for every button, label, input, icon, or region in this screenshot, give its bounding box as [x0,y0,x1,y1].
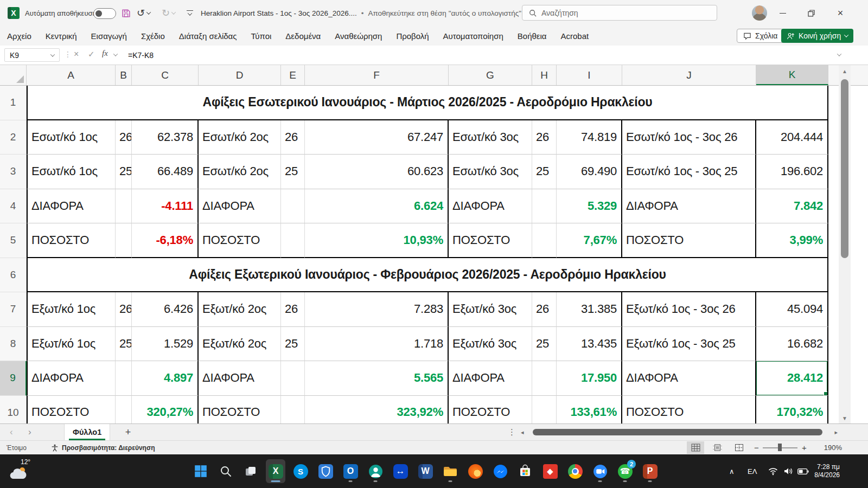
column-header-F[interactable]: F [305,65,449,85]
taskbar-app-whatsapp-icon[interactable]: ☎2 [615,459,635,483]
normal-view-button[interactable] [687,441,704,454]
cell-J8[interactable]: Εξωτ/κό 1ος - 3ος 25 [622,327,756,362]
cell-G8[interactable]: Εξωτ/κό 3ος [449,327,532,362]
row-header-2[interactable]: 2 [0,120,27,155]
cell-G2[interactable]: Εσωτ/κό 3ος [449,120,532,155]
zoom-slider-thumb[interactable] [778,444,782,451]
select-all-corner[interactable] [0,65,27,85]
cell-J4[interactable]: ΔΙΑΦΟΡΑ [622,189,756,224]
undo-button[interactable]: ↺ [137,0,150,26]
taskbar-app-search-icon[interactable] [216,459,235,483]
merged-title-row-6[interactable]: Αφίξεις Εξωτερικού Ιανουάριος - Φεβρουάρ… [27,258,828,293]
sheet-tab-active[interactable]: Φύλλο1 [64,424,110,440]
cell-B4[interactable] [116,189,132,224]
cell-A8[interactable]: Εξωτ/κό 1ος [27,327,116,362]
cell-B9[interactable] [116,361,132,396]
cell-F4[interactable]: 6.624 [305,189,449,224]
user-avatar[interactable] [752,5,767,21]
cell-F9[interactable]: 5.565 [305,361,449,396]
cell-H10[interactable] [532,396,557,424]
cell-B5[interactable] [116,223,132,258]
ribbon-tab-10[interactable]: Βοήθεια [510,31,554,41]
cell-K10[interactable]: 170,32% [756,396,828,424]
hscroll-left-icon[interactable]: ◂ [521,429,524,436]
taskbar-app-word-icon[interactable]: W [416,459,435,483]
cell-J5[interactable]: ΠΟΣΟΣΤΟ [622,223,756,258]
cell-C5[interactable]: -6,18% [132,223,199,258]
cell-A5[interactable]: ΠΟΣΟΣΤΟ [27,223,116,258]
formula-bar-grip-icon[interactable]: ⋮ [64,50,72,59]
cell-E2[interactable]: 26 [281,120,305,155]
zoom-out-button[interactable]: − [754,441,759,454]
cell-C9[interactable]: 4.897 [132,361,199,396]
taskbar-app-chrome-icon[interactable] [565,459,585,483]
column-header-K[interactable]: K [756,65,828,85]
volume-icon[interactable] [783,454,793,488]
cell-E5[interactable] [281,223,305,258]
cell-C3[interactable]: 66.489 [132,155,199,189]
customize-quick-access-icon[interactable] [187,0,193,26]
taskbar-app-adobe-app-icon[interactable]: ◆ [540,459,560,483]
cell-D5[interactable]: ΠΟΣΟΣΤΟ [199,223,281,258]
horizontal-scrollbar-thumb[interactable] [533,429,822,435]
cell-A2[interactable]: Εσωτ/κό 1ος [27,120,116,155]
cell-D10[interactable]: ΠΟΣΟΣΤΟ [199,396,281,424]
cell-F5[interactable]: 10,93% [305,223,449,258]
ribbon-tab-11[interactable]: Acrobat [554,31,596,41]
row-header-10[interactable]: 10 [0,396,27,424]
taskbar-app-defender-icon[interactable] [316,459,335,483]
merged-title-row-1[interactable]: Αφίξεις Εσωτερικού Ιανουάριος - Μάρτιος … [27,86,828,120]
next-sheet-button[interactable]: › [28,424,31,440]
wifi-icon[interactable] [768,454,778,488]
horizontal-scrollbar[interactable]: ◂ ▸ [520,424,845,440]
cell-A7[interactable]: Εξωτ/κό 1ος [27,292,116,327]
prev-sheet-button[interactable]: ‹ [10,424,13,440]
cell-H7[interactable]: 26 [532,292,557,327]
ribbon-tab-7[interactable]: Αναθεώρηση [328,31,389,41]
function-dropdown-icon[interactable] [113,52,118,56]
tray-overflow-chevron-icon[interactable]: ∧ [729,454,735,488]
insert-function-icon[interactable]: fx [102,49,108,58]
ribbon-tab-6[interactable]: Δεδομένα [278,31,328,41]
column-header-D[interactable]: D [199,65,281,85]
ribbon-tab-3[interactable]: Σχέδιο [134,31,172,41]
scroll-up-icon[interactable]: ▲ [839,68,851,74]
ribbon-tab-1[interactable]: Κεντρική [39,31,84,41]
accessibility-button[interactable]: Προσβασιμότητα: Διερεύνηση [51,441,155,454]
row-header-7[interactable]: 7 [0,292,27,327]
cell-F7[interactable]: 7.283 [305,292,449,327]
cell-J10[interactable]: ΠΟΣΟΣΤΟ [622,396,756,424]
cell-I7[interactable]: 31.385 [557,292,622,327]
cell-E9[interactable] [281,361,305,396]
ribbon-tab-8[interactable]: Προβολή [389,31,436,41]
add-sheet-button[interactable]: + [122,424,135,440]
column-header-H[interactable]: H [532,65,557,85]
cell-C4[interactable]: -4.111 [132,189,199,224]
cell-K5[interactable]: 3,99% [756,223,828,258]
taskbar-app-messenger-icon[interactable] [490,459,510,483]
row-header-9[interactable]: 9 [0,361,27,396]
cell-H4[interactable] [532,189,557,224]
search-input[interactable]: Αναζήτηση [522,5,717,21]
cell-G4[interactable]: ΔΙΑΦΟΡΑ [449,189,532,224]
taskbar-app-contacts-icon[interactable] [366,459,385,483]
cell-J9[interactable]: ΔΙΑΦΟΡΑ [622,361,756,396]
cell-E7[interactable]: 26 [281,292,305,327]
cell-D2[interactable]: Εσωτ/κό 2ος [199,120,281,155]
formula-input[interactable]: =K7-K8 [128,46,154,65]
cell-B2[interactable]: 26 [116,120,132,155]
formula-bar-expand-icon[interactable] [837,52,841,56]
cell-F10[interactable]: 323,92% [305,396,449,424]
taskbar-app-powerpoint-icon[interactable]: P [640,459,660,483]
cell-A9[interactable]: ΔΙΑΦΟΡΑ [27,361,116,396]
weather-widget[interactable]: 12° [9,458,30,481]
column-header-C[interactable]: C [132,65,199,85]
cell-I10[interactable]: 133,61% [557,396,622,424]
autosave-toggle[interactable] [93,8,116,19]
cell-G9[interactable]: ΔΙΑΦΟΡΑ [449,361,532,396]
cell-H5[interactable] [532,223,557,258]
cell-C2[interactable]: 62.378 [132,120,199,155]
name-box-dropdown-icon[interactable] [50,52,55,56]
cell-K2[interactable]: 204.444 [756,120,828,155]
cell-D9[interactable]: ΔΙΑΦΟΡΑ [199,361,281,396]
